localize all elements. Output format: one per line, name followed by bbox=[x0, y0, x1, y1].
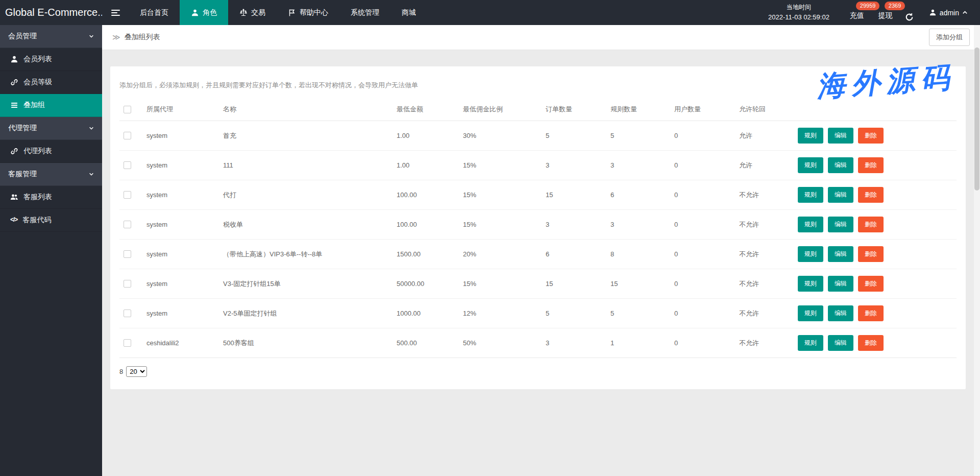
cell-orders: 5 bbox=[542, 121, 606, 151]
sidebar-item-4[interactable]: 叠加组 bbox=[0, 94, 102, 117]
rules-button[interactable]: 规则 bbox=[798, 335, 823, 351]
flag-icon bbox=[288, 9, 296, 17]
sidebar-item-5[interactable]: 代理管理 bbox=[0, 117, 102, 140]
cell-users: 0 bbox=[670, 269, 735, 299]
delete-button[interactable]: 删除 bbox=[858, 305, 884, 321]
rules-button[interactable]: 规则 bbox=[798, 305, 823, 321]
delete-button[interactable]: 删除 bbox=[858, 157, 884, 173]
cell-rules: 8 bbox=[606, 240, 670, 269]
page-size-select[interactable]: 20 bbox=[126, 366, 147, 377]
sidebar-toggle-button[interactable] bbox=[102, 0, 129, 25]
nav-item-5[interactable]: 系统管理 bbox=[339, 0, 390, 25]
local-time-label: 当地时间 bbox=[787, 3, 811, 12]
edit-button[interactable]: 编辑 bbox=[828, 246, 853, 262]
rules-button[interactable]: 规则 bbox=[798, 157, 823, 173]
cell-min_amount: 1.00 bbox=[393, 151, 459, 180]
row-checkbox[interactable] bbox=[124, 191, 131, 199]
cell-rules: 5 bbox=[606, 299, 670, 328]
edit-button[interactable]: 编辑 bbox=[828, 128, 853, 144]
rules-button[interactable]: 规则 bbox=[798, 128, 823, 144]
edit-button[interactable]: 编辑 bbox=[828, 276, 853, 292]
edit-button[interactable]: 编辑 bbox=[828, 217, 853, 232]
nav-item-2[interactable]: 角色 bbox=[180, 0, 228, 25]
rules-button[interactable]: 规则 bbox=[798, 187, 823, 203]
delete-button[interactable]: 删除 bbox=[858, 276, 884, 292]
sidebar-item-2[interactable]: 会员列表 bbox=[0, 48, 102, 71]
delete-button[interactable]: 删除 bbox=[858, 128, 884, 144]
sidebar-item-8[interactable]: 客服列表 bbox=[0, 186, 102, 209]
cell-orders: 5 bbox=[542, 299, 606, 328]
delete-button[interactable]: 删除 bbox=[858, 246, 884, 262]
row-checkbox[interactable] bbox=[124, 339, 131, 347]
cell-agent: system bbox=[142, 210, 219, 240]
cell-min_commission: 15% bbox=[459, 180, 542, 210]
cell-loop: 不允许 bbox=[735, 210, 794, 240]
rules-button[interactable]: 规则 bbox=[798, 217, 823, 232]
cell-rules: 1 bbox=[606, 328, 670, 358]
edit-button[interactable]: 编辑 bbox=[828, 335, 853, 351]
row-checkbox[interactable] bbox=[124, 221, 131, 228]
delete-button[interactable]: 删除 bbox=[858, 335, 884, 351]
edit-button[interactable]: 编辑 bbox=[828, 157, 853, 173]
nav-item-label: 交易 bbox=[251, 8, 265, 17]
cell-users: 0 bbox=[670, 240, 735, 269]
sidebar-item-3[interactable]: 会员等级 bbox=[0, 71, 102, 94]
nav-item-label: 商城 bbox=[402, 8, 416, 17]
nav-item-6[interactable]: 商城 bbox=[390, 0, 427, 25]
username: admin bbox=[940, 9, 959, 17]
cell-min_commission: 20% bbox=[459, 240, 542, 269]
edit-button[interactable]: 编辑 bbox=[828, 305, 853, 321]
browser-scrollbar[interactable] bbox=[974, 25, 980, 476]
breadcrumb-arrows-icon: ≫ bbox=[112, 33, 120, 42]
navbar-right: 当地时间 2022-11-03 02:59:02 充值 29959 提现 236… bbox=[755, 0, 980, 25]
cell-agent: system bbox=[142, 299, 219, 328]
select-all-checkbox[interactable] bbox=[124, 106, 131, 113]
nav-item-label: 角色 bbox=[203, 8, 217, 17]
row-checkbox[interactable] bbox=[124, 161, 131, 169]
cell-name: V3-固定打针组15单 bbox=[219, 269, 393, 299]
sidebar-item-7[interactable]: 客服管理 bbox=[0, 163, 102, 186]
main-menu: 后台首页角色交易帮助中心系统管理商城 bbox=[129, 0, 427, 25]
sidebar-item-9[interactable]: </>客服代码 bbox=[0, 209, 102, 232]
rules-button[interactable]: 规则 bbox=[798, 276, 823, 292]
nav-item-4[interactable]: 帮助中心 bbox=[277, 0, 339, 25]
table-body: system首充1.0030%550允许规则编辑删除system1111.001… bbox=[119, 121, 957, 358]
delete-button[interactable]: 删除 bbox=[858, 187, 884, 203]
row-checkbox[interactable] bbox=[124, 132, 131, 139]
cell-orders: 3 bbox=[542, 151, 606, 180]
cell-users: 0 bbox=[670, 151, 735, 180]
add-group-button[interactable]: 添加分组 bbox=[929, 29, 970, 46]
local-time-value: 2022-11-03 02:59:02 bbox=[768, 12, 829, 22]
sidebar: 会员管理会员列表会员等级叠加组代理管理代理列表客服管理客服列表</>客服代码 bbox=[0, 25, 102, 476]
cell-agent: system bbox=[142, 151, 219, 180]
cell-rules: 3 bbox=[606, 151, 670, 180]
sidebar-item-6[interactable]: 代理列表 bbox=[0, 140, 102, 163]
nav-item-3[interactable]: 交易 bbox=[228, 0, 277, 25]
nav-item-label: 帮助中心 bbox=[300, 8, 328, 17]
column-header: 名称 bbox=[219, 98, 393, 121]
row-checkbox[interactable] bbox=[124, 280, 131, 288]
withdraw-menu-item[interactable]: 提现 2369 bbox=[871, 0, 900, 25]
cell-actions: 规则编辑删除 bbox=[794, 121, 957, 151]
table-row: systemV2-5单固定打针组1000.0012%550不允许规则编辑删除 bbox=[119, 299, 957, 328]
brand-title: Global E-Commerce... bbox=[0, 0, 102, 25]
cell-orders: 15 bbox=[542, 180, 606, 210]
breadcrumb-bar: ≫ 叠加组列表 添加分组 bbox=[102, 25, 980, 50]
user-menu[interactable]: admin bbox=[922, 0, 980, 25]
cell-name: （带他上高速）VIP3-6单--转--8单 bbox=[219, 240, 393, 269]
scrollbar-thumb[interactable] bbox=[974, 47, 979, 191]
row-checkbox[interactable] bbox=[124, 250, 131, 258]
sidebar-item-label: 代理管理 bbox=[8, 124, 37, 133]
cell-orders: 3 bbox=[542, 210, 606, 240]
table-row: ceshidalili2500养客组500.0050%310不允许规则编辑删除 bbox=[119, 328, 957, 358]
edit-button[interactable]: 编辑 bbox=[828, 187, 853, 203]
row-checkbox[interactable] bbox=[124, 310, 131, 317]
recharge-menu-item[interactable]: 充值 29959 bbox=[843, 0, 871, 25]
delete-button[interactable]: 删除 bbox=[858, 217, 884, 232]
withdraw-count-badge: 2369 bbox=[885, 2, 905, 10]
sidebar-item-1[interactable]: 会员管理 bbox=[0, 25, 102, 48]
cell-actions: 规则编辑删除 bbox=[794, 328, 957, 358]
nav-item-1[interactable]: 后台首页 bbox=[129, 0, 180, 25]
local-time: 当地时间 2022-11-03 02:59:02 bbox=[755, 0, 843, 25]
rules-button[interactable]: 规则 bbox=[798, 246, 823, 262]
